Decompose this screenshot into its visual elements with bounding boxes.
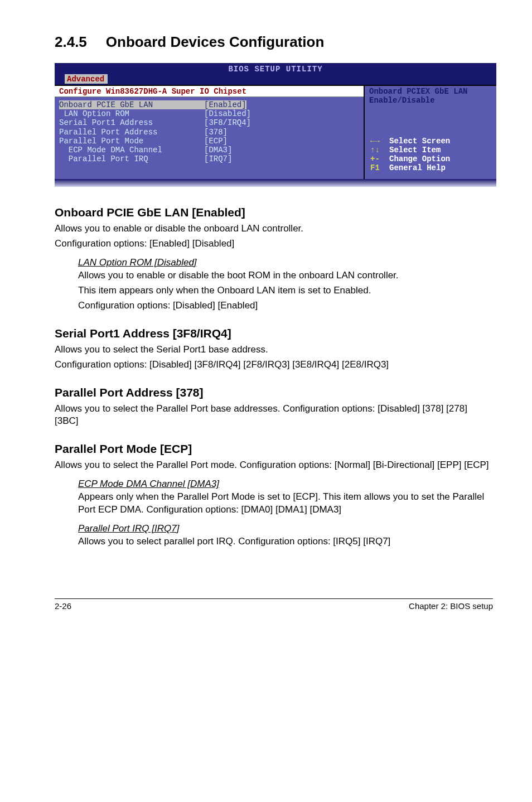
bios-setting-row[interactable]: Serial Port1 Address[3F8/IRQ4]: [59, 118, 359, 127]
nav-key-symbol: F1: [370, 163, 389, 172]
bios-setting-row[interactable]: LAN Option ROM[Disabled]: [59, 109, 359, 118]
nav-key-description: Select Screen: [389, 137, 450, 146]
subheading-lan-option-rom: LAN Option ROM [Disabled]: [78, 257, 493, 268]
subheading-ecp-dma: ECP Mode DMA Channel [DMA3]: [78, 479, 493, 490]
text-ppirq-body: Allows you to select parallel port IRQ. …: [78, 535, 493, 548]
bios-setting-row[interactable]: Onboard PCIE GbE LAN[Enabled]: [59, 100, 359, 109]
bios-setting-value: [3F8/IRQ4]: [204, 118, 251, 127]
bios-tab-strip: Advanced: [55, 74, 496, 85]
section-number: 2.4.5: [55, 33, 87, 51]
nav-key-symbol: ↑↓: [370, 146, 389, 154]
nav-key-symbol: +-: [370, 154, 389, 163]
nav-key-description: Change Option: [389, 154, 450, 163]
text-pcie-desc: Allows you to enable or disable the onbo…: [55, 223, 493, 235]
bios-setting-row[interactable]: ECP Mode DMA Channel[DMA3]: [59, 146, 359, 154]
bios-setting-value: [DMA3]: [204, 146, 232, 154]
chapter-label: Chapter 2: BIOS setup: [409, 601, 493, 611]
page-number: 2-26: [55, 601, 71, 611]
bios-gradient-footer: [55, 179, 496, 187]
text-lanrom-1: Allows you to enable or disable the boot…: [78, 269, 493, 282]
bios-setting-value: [Enabled]: [204, 100, 246, 109]
heading-parallel-mode: Parallel Port Mode [ECP]: [55, 442, 493, 456]
section-heading: 2.4.5Onboard Devices Configuration: [55, 33, 493, 51]
bios-setting-label: LAN Option ROM: [59, 109, 204, 118]
bios-setting-label: Serial Port1 Address: [59, 118, 204, 127]
subheading-parallel-irq: Parallel Port IRQ [IRQ7]: [78, 523, 493, 534]
heading-parallel-address: Parallel Port Address [378]: [55, 386, 493, 399]
tab-advanced[interactable]: Advanced: [65, 74, 108, 84]
nav-key-description: Select Item: [389, 146, 441, 154]
nav-key-symbol: ←→: [370, 137, 389, 146]
bios-setting-value: [IRQ7]: [204, 154, 232, 163]
bios-setting-value: [Disabled]: [204, 109, 251, 118]
bios-left-pane: Configure Win83627DHG-A Super IO Chipset…: [55, 86, 365, 179]
text-lanrom-3: Configuration options: [Disabled] [Enabl…: [78, 299, 493, 312]
bios-setting-label: Onboard PCIE GbE LAN: [59, 100, 204, 109]
text-ecp-body: Appears only when the Parallel Port Mode…: [78, 491, 493, 516]
bios-setting-label: ECP Mode DMA Channel: [59, 146, 204, 154]
nav-legend-row: F1General Help: [370, 163, 492, 172]
bios-setting-value: [378]: [204, 128, 228, 137]
bios-setting-row[interactable]: Parallel Port Mode[ECP]: [59, 137, 359, 146]
help-line-2: Enable/Disable: [369, 96, 435, 105]
bios-setting-label: Parallel Port Address: [59, 128, 204, 137]
footer-rule: [55, 598, 493, 599]
text-serial-1: Allows you to select the Serial Port1 ba…: [55, 344, 493, 356]
nav-legend-row: +-Change Option: [370, 154, 492, 163]
help-line-1: Onboard PCIEX GbE LAN: [369, 87, 467, 96]
bios-setting-label: Parallel Port Mode: [59, 137, 204, 146]
bios-setting-value: [ECP]: [204, 137, 228, 146]
text-pmode-1: Allows you to select the Parallel Port m…: [55, 459, 493, 472]
nav-legend-row: ←→Select Screen: [370, 137, 492, 146]
nav-key-description: General Help: [389, 163, 446, 172]
heading-serial-port: Serial Port1 Address [3F8/IRQ4]: [55, 327, 493, 340]
text-serial-2: Configuration options: [Disabled] [3F8/I…: [55, 359, 493, 371]
bios-help-text: Onboard PCIEX GbE LAN Enable/Disable: [365, 86, 496, 131]
bios-setting-row[interactable]: Parallel Port Address[378]: [59, 128, 359, 137]
text-lanrom-2: This item appears only when the Onboard …: [78, 284, 493, 297]
text-pcie-opts: Configuration options: [Enabled] [Disabl…: [55, 238, 493, 250]
text-paddr-1: Allows you to select the Parallel Port b…: [55, 403, 493, 428]
bios-window-title: BIOS SETUP UTILITY: [55, 63, 496, 74]
nav-legend-row: ↑↓Select Item: [370, 146, 492, 154]
bios-panel-header: Configure Win83627DHG-A Super IO Chipset: [55, 86, 364, 97]
bios-setting-row[interactable]: Parallel Port IRQ[IRQ7]: [59, 154, 359, 163]
bios-nav-legend: ←→Select Screen↑↓Select Item+-Change Opt…: [365, 131, 496, 179]
bios-right-pane: Onboard PCIEX GbE LAN Enable/Disable ←→S…: [365, 86, 496, 179]
heading-onboard-pcie: Onboard PCIE GbE LAN [Enabled]: [55, 206, 493, 219]
section-title-text: Onboard Devices Configuration: [106, 33, 325, 50]
bios-setting-label: Parallel Port IRQ: [59, 154, 204, 163]
bios-screenshot: BIOS SETUP UTILITY Advanced Configure Wi…: [55, 63, 496, 187]
